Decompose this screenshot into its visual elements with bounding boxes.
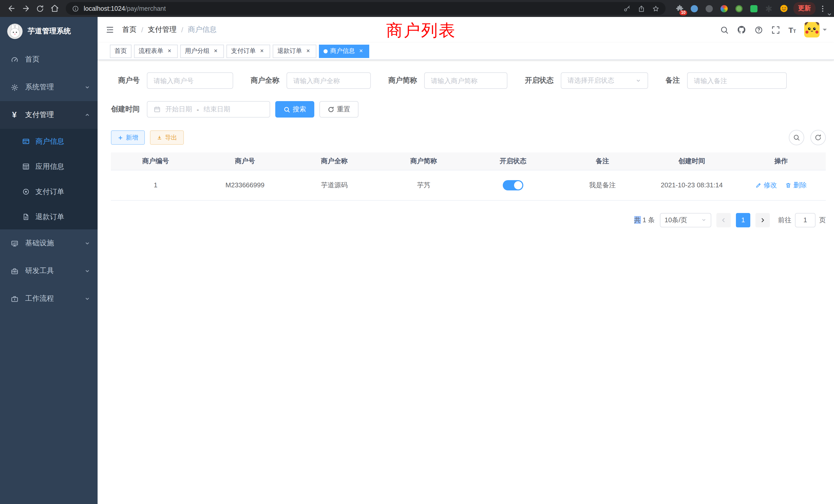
password-key-icon[interactable] <box>623 5 631 12</box>
extension-green-avatar-icon[interactable] <box>734 4 744 13</box>
extension-pinwheel-icon[interactable] <box>764 4 773 13</box>
close-icon[interactable]: × <box>357 47 365 55</box>
status-select[interactable]: 请选择开启状态 <box>561 72 648 89</box>
status-toggle[interactable] <box>503 180 523 190</box>
create-time-range-picker[interactable]: 开始日期 - 结束日期 <box>147 101 270 117</box>
page-jumper: 前往 页 <box>778 213 826 227</box>
extension-color-wheel-icon[interactable] <box>720 4 729 13</box>
tab-refund-order[interactable]: 退款订单 × <box>273 44 316 58</box>
sidebar-item-pay[interactable]: ¥ 支付管理 <box>0 101 97 129</box>
sidebar-item-app-info[interactable]: 应用信息 <box>0 154 97 179</box>
close-icon[interactable]: × <box>305 47 312 55</box>
col-merchant-id: 商户编号 <box>111 153 200 170</box>
export-button[interactable]: 导出 <box>150 130 184 145</box>
yen-icon: ¥ <box>10 111 19 119</box>
breadcrumb-pay[interactable]: 支付管理 <box>148 25 177 35</box>
edit-button[interactable]: 修改 <box>755 180 777 190</box>
font-size-icon[interactable]: TT <box>789 26 796 33</box>
sidebar-item-dev-tools[interactable]: 研发工具 <box>0 257 97 285</box>
toolbar-overflow-caret[interactable] <box>827 12 832 17</box>
plus-icon <box>117 135 123 140</box>
share-icon[interactable] <box>638 5 645 12</box>
sidebar-item-workflow[interactable]: 工作流程 <box>0 285 97 313</box>
chevron-left-icon <box>721 217 727 223</box>
extension-dark-icon[interactable] <box>705 4 714 13</box>
close-icon[interactable]: × <box>166 47 173 55</box>
app-logo[interactable]: 芋道管理系统 <box>0 17 97 46</box>
delete-button[interactable]: 删除 <box>785 180 807 190</box>
prev-page-button[interactable] <box>717 213 731 227</box>
close-icon[interactable]: × <box>258 47 265 55</box>
fullscreen-icon[interactable] <box>772 25 780 34</box>
full-name-input[interactable] <box>287 72 371 89</box>
search-icon[interactable] <box>720 25 729 34</box>
col-short-name: 商户简称 <box>379 153 468 170</box>
cell-merchant-no: M233666999 <box>200 170 290 200</box>
short-name-label: 商户简称 <box>388 76 417 85</box>
reset-button[interactable]: 重置 <box>320 101 358 117</box>
avatar <box>804 22 820 38</box>
tab-pay-order[interactable]: 支付订单 × <box>226 44 270 58</box>
site-info-icon[interactable] <box>72 5 79 12</box>
search-button[interactable]: 搜索 <box>275 101 314 117</box>
forward-button[interactable] <box>19 1 33 16</box>
extension-puzzle-icon[interactable]: 10 <box>675 4 684 13</box>
briefcase-icon <box>10 295 19 302</box>
merchant-no-input[interactable] <box>147 72 233 89</box>
sidebar-item-system[interactable]: 系统管理 <box>0 73 97 101</box>
github-icon[interactable] <box>737 25 746 35</box>
toggle-search-button[interactable] <box>789 130 804 145</box>
refresh-table-button[interactable] <box>810 130 826 145</box>
search-icon <box>793 134 800 141</box>
sidebar-item-pay-order[interactable]: 支付订单 <box>0 179 97 204</box>
sidebar-item-merchant-info[interactable]: 商户信息 <box>0 129 97 154</box>
active-dot <box>324 49 328 53</box>
tab-merchant-info[interactable]: 商户信息 × <box>319 44 369 58</box>
home-button[interactable] <box>47 1 62 16</box>
tab-process-form[interactable]: 流程表单 × <box>134 44 178 58</box>
goto-page-input[interactable] <box>795 213 815 227</box>
merchant-table: 商户编号 商户号 商户全称 商户简称 开启状态 备注 创建时间 操作 1 <box>111 153 826 201</box>
table-header-row: 商户编号 商户号 商户全称 商户简称 开启状态 备注 创建时间 操作 <box>111 153 826 170</box>
extension-emoji-icon[interactable] <box>779 4 788 13</box>
page-number-1[interactable]: 1 <box>736 213 750 227</box>
table-row: 1 M233666999 芋道源码 芋艿 我是备注 2021-10-23 08:… <box>111 170 826 200</box>
tab-home[interactable]: 首页 <box>110 44 131 58</box>
grid-icon <box>22 163 30 170</box>
browser-window: localhost:1024/pay/merchant 10 <box>0 0 834 504</box>
page-size-select[interactable]: 10条/页 <box>660 213 711 227</box>
extension-blue-icon[interactable] <box>690 4 699 13</box>
help-icon[interactable] <box>755 25 763 34</box>
sidebar-item-infra[interactable]: 基础设施 <box>0 229 97 257</box>
download-icon <box>157 135 162 140</box>
close-icon[interactable]: × <box>212 47 219 55</box>
pagination: 共 1 条 10条/页 1 前往 <box>111 213 826 227</box>
tab-user-group[interactable]: 用户分组 × <box>180 44 224 58</box>
cell-merchant-id: 1 <box>111 170 200 200</box>
hamburger-icon[interactable] <box>97 25 122 35</box>
short-name-input[interactable] <box>424 72 507 89</box>
sidebar-item-home[interactable]: 首页 <box>0 46 97 73</box>
browser-update-button[interactable]: 更新 <box>793 2 815 15</box>
remark-input[interactable] <box>687 72 787 89</box>
chevron-down-icon <box>701 217 707 223</box>
home-icon <box>50 4 59 13</box>
chevron-up-icon <box>84 112 90 118</box>
add-button[interactable]: 新增 <box>111 130 145 145</box>
chevron-down-icon <box>84 84 90 90</box>
col-status: 开启状态 <box>468 153 558 170</box>
reload-button[interactable] <box>33 1 47 16</box>
pay-submenu: 商户信息 应用信息 支付订单 <box>0 129 97 229</box>
address-bar[interactable]: localhost:1024/pay/merchant <box>66 2 665 15</box>
user-menu[interactable] <box>804 22 827 38</box>
arrow-left-icon <box>7 4 16 13</box>
back-button[interactable] <box>4 1 19 16</box>
sidebar-item-refund-order[interactable]: 退款订单 <box>0 204 97 229</box>
next-page-button[interactable] <box>755 213 770 227</box>
breadcrumb-home[interactable]: 首页 <box>122 25 137 35</box>
arrow-right-icon <box>21 4 30 13</box>
bookmark-star-icon[interactable] <box>652 5 659 12</box>
col-remark: 备注 <box>558 153 647 170</box>
extension-green-square-icon[interactable] <box>749 4 759 13</box>
chevron-down-icon <box>823 29 827 33</box>
